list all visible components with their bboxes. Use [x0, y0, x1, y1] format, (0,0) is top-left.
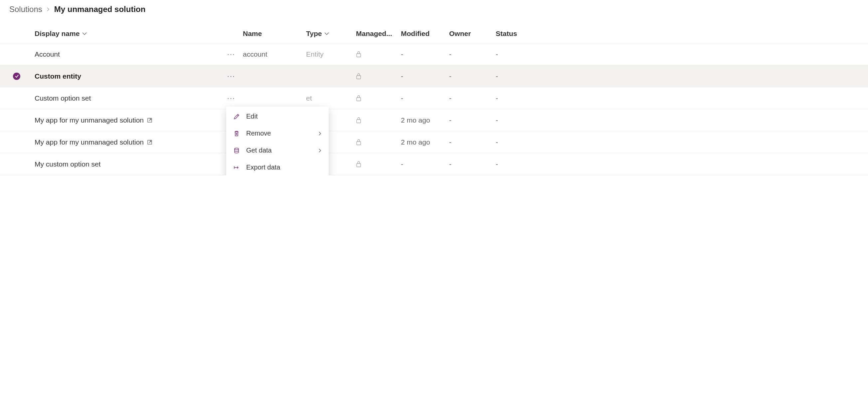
pencil-icon [233, 113, 240, 120]
cell-modified: 2 mo ago [401, 138, 449, 146]
lock-icon [356, 95, 401, 101]
database-icon [233, 147, 240, 154]
menu-item-label: Export data [246, 164, 280, 171]
cell-status: - [496, 160, 529, 168]
export-icon [233, 164, 240, 171]
menu-item-label: Remove [246, 129, 271, 137]
display-name-label: Custom option set [35, 94, 91, 102]
table-header-row: Display name Name Type Managed... Modifi… [0, 24, 868, 43]
cell-status: - [496, 94, 529, 102]
table-row[interactable]: Account···accountEntity--- [0, 43, 868, 65]
cell-modified: - [401, 94, 449, 102]
cell-modified: 2 mo ago [401, 116, 449, 124]
cell-owner: - [449, 160, 496, 168]
table-row[interactable]: Custom option set···et--- [0, 87, 868, 109]
cell-name: account [236, 50, 306, 58]
chevron-right-icon [46, 7, 50, 11]
breadcrumb-current: My unmanaged solution [54, 5, 146, 14]
menu-item-get-data[interactable]: Get data [226, 142, 329, 159]
header-type-label: Type [306, 30, 322, 38]
cell-owner: - [449, 50, 496, 58]
display-name-label: My custom option set [35, 160, 100, 168]
cell-managed [356, 95, 401, 101]
cell-owner: - [449, 72, 496, 80]
chevron-right-icon [318, 149, 322, 152]
display-name-label: My app for my unmanaged solution [35, 116, 144, 124]
cell-display-name[interactable]: Custom entity [30, 72, 226, 80]
cell-status: - [496, 72, 529, 80]
table-row[interactable]: My app for my unmanaged solution···iven … [0, 109, 868, 131]
lock-icon [356, 73, 401, 80]
selected-check-icon [13, 72, 20, 80]
breadcrumb-parent[interactable]: Solutions [9, 5, 42, 14]
lock-icon [356, 161, 401, 168]
trash-icon [233, 130, 240, 137]
cell-managed [356, 73, 401, 80]
chevron-down-icon [324, 32, 329, 35]
header-owner[interactable]: Owner [449, 30, 496, 38]
context-menu: EditRemoveGet dataExport dataOpen in Exc… [226, 107, 329, 175]
table-row[interactable]: My custom option set···et--- [0, 153, 868, 175]
cell-managed [356, 139, 401, 146]
cell-display-name[interactable]: My app for my unmanaged solution [30, 116, 226, 124]
cell-display-name[interactable]: My custom option set [30, 160, 226, 168]
menu-item-export-data[interactable]: Export data [226, 159, 329, 175]
header-managed[interactable]: Managed... [356, 30, 401, 38]
cell-modified: - [401, 160, 449, 168]
more-actions-button[interactable]: ··· [227, 94, 235, 103]
chevron-down-icon [82, 32, 87, 35]
cell-owner: - [449, 94, 496, 102]
cell-managed [356, 51, 401, 58]
cell-status: - [496, 50, 529, 58]
cell-owner: - [449, 138, 496, 146]
cell-owner: - [449, 116, 496, 124]
cell-managed [356, 117, 401, 123]
header-display-name-label: Display name [35, 30, 80, 38]
lock-icon [356, 139, 401, 146]
more-actions-button[interactable]: ··· [227, 72, 235, 81]
header-display-name[interactable]: Display name [35, 30, 87, 38]
more-actions-button[interactable]: ··· [227, 50, 235, 59]
display-name-label: Account [35, 50, 60, 58]
menu-item-label: Get data [246, 147, 272, 154]
table-row[interactable]: My app for my unmanaged solution···ensio… [0, 131, 868, 153]
chevron-right-icon [318, 132, 322, 136]
display-name-label: My app for my unmanaged solution [35, 138, 144, 146]
header-status[interactable]: Status [496, 30, 529, 38]
cell-managed [356, 161, 401, 168]
display-name-label: Custom entity [35, 72, 81, 80]
menu-item-remove[interactable]: Remove [226, 125, 329, 142]
menu-item-label: Edit [246, 113, 257, 120]
external-link-icon [147, 140, 152, 145]
lock-icon [356, 51, 401, 58]
table-row[interactable]: Custom entity···--- [0, 65, 868, 87]
cell-modified: - [401, 72, 449, 80]
cell-display-name[interactable]: Account [30, 50, 226, 58]
external-link-icon [147, 118, 152, 123]
cell-status: - [496, 138, 529, 146]
cell-status: - [496, 116, 529, 124]
breadcrumb: Solutions My unmanaged solution [0, 0, 868, 24]
menu-item-edit[interactable]: Edit [226, 108, 329, 125]
cell-modified: - [401, 50, 449, 58]
header-modified[interactable]: Modified [401, 30, 449, 38]
header-name[interactable]: Name [236, 30, 306, 38]
lock-icon [356, 117, 401, 123]
solution-components-table: Display name Name Type Managed... Modifi… [0, 24, 868, 175]
cell-display-name[interactable]: Custom option set [30, 94, 226, 102]
cell-display-name[interactable]: My app for my unmanaged solution [30, 138, 226, 146]
cell-type: Entity [306, 50, 356, 58]
cell-type: et [306, 94, 356, 102]
header-type[interactable]: Type [306, 30, 329, 38]
